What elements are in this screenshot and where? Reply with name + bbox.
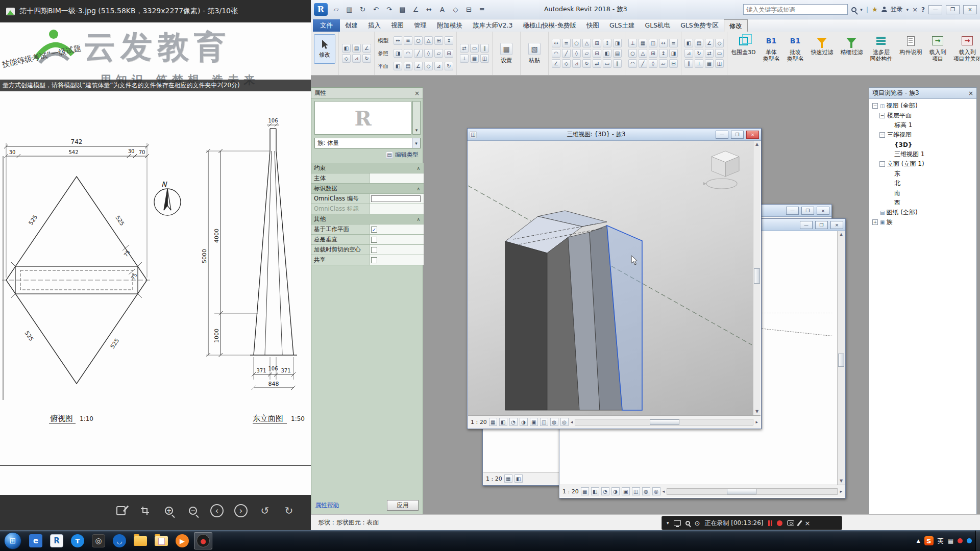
settings-gear-icon[interactable]: ⊙ — [695, 519, 700, 527]
tab-快图[interactable]: 快图 — [581, 19, 604, 32]
shadows-icon[interactable]: ◑ — [520, 418, 528, 426]
ribbon-tool-icon[interactable]: ⊿ — [684, 49, 693, 58]
user-icon[interactable] — [881, 7, 887, 12]
ribbon-tool-icon[interactable]: ∠ — [362, 44, 371, 53]
property-checkbox[interactable] — [371, 257, 377, 263]
property-row[interactable]: 基于工作平面✓ — [311, 224, 424, 235]
library-folder-icon[interactable] — [152, 532, 170, 549]
tree-item[interactable]: −◫视图 (全部) — [869, 101, 976, 111]
show-desktop-button[interactable] — [975, 531, 980, 551]
view-scale[interactable]: 1 : 20 — [471, 419, 487, 425]
section-icon[interactable]: ⊟ — [464, 6, 473, 13]
tree-item[interactable]: 标高 1 — [869, 120, 976, 130]
draw-tool-icon[interactable]: ∠ — [414, 62, 423, 70]
revit-icon[interactable]: R — [47, 532, 66, 549]
property-value[interactable] — [370, 173, 424, 183]
tab-插入[interactable]: 插入 — [363, 19, 386, 32]
draw-tool-icon[interactable]: ▤ — [404, 62, 412, 70]
maximize-icon[interactable]: ❐ — [801, 207, 814, 215]
ribbon-tool-icon[interactable]: △ — [582, 39, 591, 47]
sign-in-link[interactable]: 登录 — [891, 5, 903, 14]
tree-expand-icon[interactable]: − — [879, 132, 885, 138]
plugin-button-载入到[interactable]: →载入到项目并关闭 — [949, 32, 980, 75]
section-collapse-icon[interactable]: ∧ — [416, 214, 424, 224]
text-icon[interactable]: A — [438, 6, 447, 13]
rotate-right-icon[interactable]: ↻ — [281, 503, 297, 518]
redo-icon[interactable]: ↷ — [385, 6, 394, 13]
search-dropdown-icon[interactable]: ▾ — [860, 7, 863, 12]
tree-expand-icon[interactable]: + — [872, 219, 878, 225]
property-row[interactable]: 加载时剪切的空心 — [311, 245, 424, 255]
plugin-button-选多层[interactable]: 选多层同处构件 — [866, 32, 896, 75]
section-collapse-icon[interactable]: ∧ — [416, 163, 424, 173]
ribbon-tool-icon[interactable]: ◊ — [572, 49, 581, 58]
favorites-star-icon[interactable]: ★ — [872, 6, 878, 13]
collapse-icon[interactable]: ▾ — [667, 520, 669, 525]
property-row[interactable]: 其他∧ — [311, 214, 424, 224]
ribbon-tool-icon[interactable]: ▱ — [582, 49, 591, 58]
ribbon-tool-icon[interactable]: ▦ — [470, 54, 479, 63]
ribbon-tool-icon[interactable]: ◫ — [649, 39, 657, 47]
ribbon-tool-icon[interactable]: ◠ — [628, 59, 637, 68]
plugin-button-包围盒3D[interactable]: 包围盒3D — [727, 32, 759, 75]
property-value[interactable]: ✓ — [370, 224, 424, 234]
ribbon-tool-icon[interactable]: ⇄ — [705, 49, 714, 58]
crop-view-icon[interactable]: ▣ — [622, 487, 630, 495]
measure-icon[interactable]: ∠ — [411, 6, 420, 13]
pause-button[interactable] — [768, 520, 772, 526]
ribbon-tool-icon[interactable]: ⊞ — [593, 39, 601, 47]
plugin-button-构件说明[interactable]: 构件说明 — [896, 32, 925, 75]
ribbon-tool-icon[interactable]: ∠ — [705, 39, 714, 47]
ribbon-tool-icon[interactable]: ↕ — [603, 39, 611, 47]
tray-status-blue-icon[interactable] — [967, 538, 972, 543]
ribbon-tool-icon[interactable]: ∥ — [684, 59, 693, 68]
ribbon-tool-icon[interactable]: ◇ — [562, 59, 571, 68]
property-value[interactable] — [370, 194, 424, 204]
previous-icon[interactable]: ‹ — [209, 503, 225, 518]
search-input[interactable] — [743, 4, 848, 15]
property-row[interactable]: OmniClass 编号 — [311, 194, 424, 204]
ribbon-tool-icon[interactable]: ▭ — [470, 44, 479, 53]
screenshot-camera-icon[interactable] — [787, 520, 794, 525]
explorer-icon[interactable] — [131, 532, 150, 549]
draw-tool-icon[interactable]: ↻ — [445, 62, 453, 70]
sync-icon[interactable]: ↻ — [358, 6, 367, 13]
property-row[interactable]: 约束∧ — [311, 163, 424, 173]
detail-level-icon[interactable]: ▦ — [489, 418, 497, 426]
scroll-left-icon[interactable]: ◂ — [663, 489, 665, 494]
ribbon-tool-icon[interactable]: ◫ — [480, 54, 489, 63]
property-value[interactable] — [370, 235, 424, 244]
next-icon[interactable]: › — [233, 503, 249, 518]
tree-expand-icon[interactable]: − — [879, 161, 885, 167]
close-icon[interactable]: × — [414, 90, 420, 97]
ribbon-tool-icon[interactable]: ⊟ — [669, 59, 678, 68]
dimension-icon[interactable]: ↔ — [425, 6, 433, 13]
ribbon-tool-icon[interactable]: ◠ — [552, 49, 560, 58]
temporary-hide-icon[interactable]: ◍ — [550, 418, 558, 426]
tab-GLS机电[interactable]: GLS机电 — [640, 19, 676, 32]
ribbon-tool-icon[interactable]: ↻ — [582, 59, 591, 68]
properties-help-link[interactable]: 属性帮助 — [315, 502, 339, 509]
ribbon-tool-icon[interactable]: ⊿ — [572, 59, 581, 68]
property-row[interactable]: OmniClass 标题 — [311, 204, 424, 214]
draw-tool-icon[interactable]: ⊿ — [434, 62, 443, 70]
ribbon-tool-icon[interactable]: ∥ — [613, 59, 622, 68]
ribbon-tool-icon[interactable]: ⊞ — [649, 49, 657, 58]
property-row[interactable]: 标识数据∧ — [311, 184, 424, 194]
tree-item[interactable]: +▣族 — [869, 217, 976, 227]
horizontal-scrollbar[interactable] — [575, 419, 753, 425]
ribbon-tool-icon[interactable]: ◊ — [649, 59, 657, 68]
ie-browser-icon[interactable]: e — [27, 532, 45, 549]
tree-item[interactable]: −立面 (立面 1) — [869, 159, 976, 169]
plugin-button-单体[interactable]: B1单体类型名 — [759, 32, 783, 75]
close-search-icon[interactable]: × — [912, 6, 918, 13]
tab-族库大师V2.3[interactable]: 族库大师V2.3 — [468, 19, 518, 32]
draw-tool-icon[interactable]: ◇ — [424, 62, 433, 70]
tree-item[interactable]: −楼层平面 — [869, 111, 976, 120]
ribbon-tool-icon[interactable]: ◧ — [603, 49, 611, 58]
sun-path-icon[interactable]: ◔ — [601, 487, 609, 495]
scroll-right-icon[interactable]: ▸ — [755, 419, 758, 424]
family-type-selector[interactable]: 族: 体量 ▾ — [314, 138, 421, 148]
ribbon-tool-icon[interactable]: ▤ — [695, 39, 703, 47]
close-icon[interactable]: × — [746, 131, 759, 139]
